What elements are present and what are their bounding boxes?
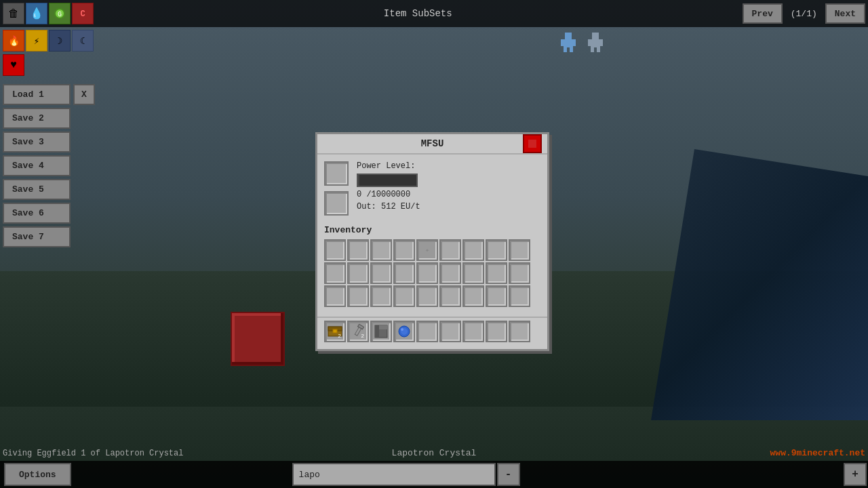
water-drop-icon[interactable]: 💧: [26, 3, 47, 24]
input-slot-top[interactable]: [324, 161, 349, 186]
mfsu-modal: MFSU Power Level: 0 /10000000 Out: 512 E…: [315, 132, 549, 351]
inv-slot-0-0[interactable]: [324, 239, 346, 261]
plus-button[interactable]: +: [844, 463, 867, 486]
heart-icon[interactable]: ♥: [3, 54, 24, 76]
search-input[interactable]: [292, 463, 496, 486]
trash-icon[interactable]: 🗑: [3, 3, 24, 24]
header-title-text: Item SubSets: [384, 8, 452, 19]
save3-button[interactable]: Save 3: [3, 131, 71, 152]
power-max: /10000000: [366, 190, 410, 199]
moon2-icon[interactable]: ☾: [72, 30, 94, 52]
player-icons: [553, 27, 610, 57]
inv-slot-0-6[interactable]: [462, 239, 484, 261]
inv-slot-2-5[interactable]: [439, 285, 461, 307]
inv-slot-1-1[interactable]: [347, 262, 369, 284]
fire-icon[interactable]: 🔥: [3, 30, 24, 52]
power-bar-fill: [358, 175, 359, 186]
svg-rect-11: [588, 39, 591, 46]
svg-text:C: C: [80, 9, 85, 19]
inventory-section: Inventory ✦: [317, 222, 547, 317]
hotbar-slot-7[interactable]: [486, 321, 507, 342]
green-icon[interactable]: G: [49, 3, 71, 24]
modal-header: MFSU: [317, 134, 547, 155]
svg-rect-9: [592, 33, 599, 39]
svg-rect-19: [333, 329, 337, 333]
modal-info: Power Level: 0 /10000000 Out: 512 EU/t: [357, 161, 540, 216]
inv-slot-2-0[interactable]: [324, 285, 346, 307]
hotbar-slot-0[interactable]: 2: [324, 321, 346, 342]
inv-slot-1-8[interactable]: [509, 262, 530, 284]
prev-button[interactable]: Prev: [743, 3, 783, 24]
save4-button[interactable]: Save 4: [3, 155, 71, 176]
inv-slot-0-3[interactable]: [393, 239, 415, 261]
inv-slot-1-5[interactable]: [439, 262, 461, 284]
svg-rect-13: [591, 47, 594, 52]
inv-slot-1-6[interactable]: [462, 262, 484, 284]
save5-button[interactable]: Save 5: [3, 179, 71, 200]
inv-slot-0-2[interactable]: [370, 239, 392, 261]
hotbar-slot-1[interactable]: 2: [347, 321, 369, 342]
power-label: Power Level:: [357, 161, 540, 171]
second-toolbar: 🔥 ⚡ ☽ ☾: [0, 27, 96, 54]
load-row: Load 1 X: [3, 84, 95, 105]
inv-slot-2-2[interactable]: [370, 285, 392, 307]
next-button[interactable]: Next: [825, 3, 865, 24]
inventory-grid: ✦: [324, 239, 540, 307]
toolbar-nav: Prev (1/1) Next: [740, 1, 868, 26]
red-c-icon[interactable]: C: [72, 3, 94, 24]
inv-slot-2-6[interactable]: [462, 285, 484, 307]
inv-slot-2-8[interactable]: [509, 285, 530, 307]
minus-button[interactable]: -: [497, 463, 520, 486]
inv-slot-2-3[interactable]: [393, 285, 415, 307]
hotbar-slot-6[interactable]: [462, 321, 484, 342]
hotbar-slot-8[interactable]: [509, 321, 530, 342]
power-bar: [357, 174, 418, 187]
inv-slot-0-5[interactable]: [439, 239, 461, 261]
svg-rect-4: [564, 39, 573, 47]
inv-slot-2-4[interactable]: [416, 285, 438, 307]
nav-counter: (1/1): [785, 9, 823, 19]
machine-block: [231, 312, 285, 366]
hotbar-slot-2[interactable]: [370, 321, 392, 342]
save6-button[interactable]: Save 6: [3, 203, 71, 224]
power-values: 0 /10000000: [357, 190, 540, 199]
hotbar-slot-5[interactable]: [439, 321, 461, 342]
inv-slot-1-7[interactable]: [486, 262, 507, 284]
svg-point-29: [401, 328, 403, 331]
inv-slot-0-1[interactable]: [347, 239, 369, 261]
third-row: ♥: [3, 54, 24, 76]
svg-rect-14: [597, 47, 600, 52]
inv-slot-0-8[interactable]: [509, 239, 530, 261]
inv-slot-1-4[interactable]: [416, 262, 438, 284]
inv-slot-1-0[interactable]: [324, 262, 346, 284]
svg-rect-26: [375, 325, 379, 338]
toolbar-title: Item SubSets: [96, 8, 740, 19]
modal-body: Power Level: 0 /10000000 Out: 512 EU/t: [317, 155, 547, 222]
close-x-button[interactable]: X: [73, 84, 95, 105]
svg-text:2: 2: [338, 333, 341, 339]
save2-button[interactable]: Save 2: [3, 108, 71, 129]
player-icon-1[interactable]: [556, 30, 580, 54]
hotbar-slot-3[interactable]: [393, 321, 415, 342]
inv-slot-0-4[interactable]: ✦: [416, 239, 438, 261]
inv-slot-2-7[interactable]: [486, 285, 507, 307]
svg-text:2: 2: [361, 333, 364, 339]
moon1-icon[interactable]: ☽: [49, 30, 71, 52]
inv-slot-0-7[interactable]: [486, 239, 507, 261]
options-button[interactable]: Options: [4, 463, 71, 486]
toolbar-icons-left: 🗑 💧 G C: [0, 0, 96, 27]
svg-rect-3: [565, 33, 572, 39]
inv-slot-1-2[interactable]: [370, 262, 392, 284]
svg-rect-10: [591, 39, 600, 47]
player-icon-2[interactable]: [583, 30, 608, 54]
load1-button[interactable]: Load 1: [3, 84, 71, 105]
sun-icon[interactable]: ⚡: [26, 30, 47, 52]
inv-slot-2-1[interactable]: [347, 285, 369, 307]
modal-close-button[interactable]: [523, 134, 542, 153]
inv-slot-1-3[interactable]: [393, 262, 415, 284]
hotbar-slot-4[interactable]: [416, 321, 438, 342]
save7-button[interactable]: Save 7: [3, 226, 71, 247]
svg-rect-7: [564, 47, 567, 52]
out-label: Out: 512 EU/t: [357, 202, 540, 211]
input-slot-bottom[interactable]: [324, 191, 349, 216]
